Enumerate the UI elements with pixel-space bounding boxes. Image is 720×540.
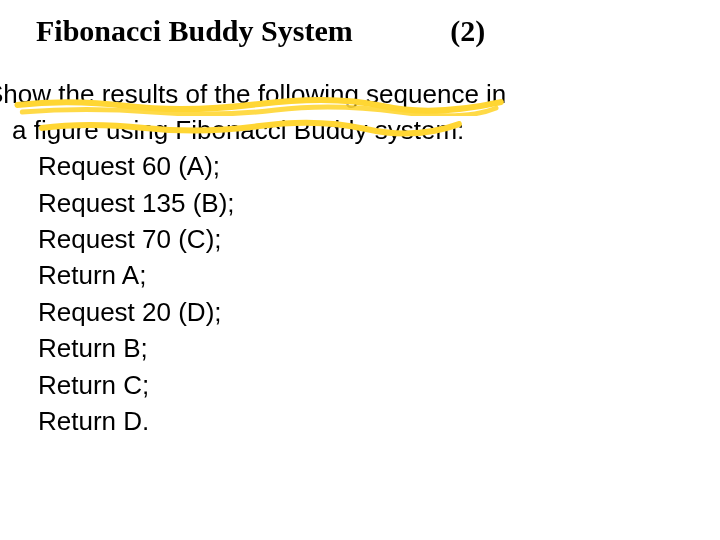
- sequence-step: Return D.: [36, 403, 684, 439]
- sequence-step: Request 60 (A);: [36, 148, 684, 184]
- slide-title: Fibonacci Buddy System: [36, 14, 353, 47]
- intro-line-1-wrap: Show the results of the following sequen…: [12, 76, 506, 112]
- sequence-step: Request 20 (D);: [36, 294, 684, 330]
- intro-line-2-wrap: a figure using Fibonacci Buddy system:: [38, 112, 464, 148]
- intro-block: Show the results of the following sequen…: [36, 76, 684, 149]
- title-gap: [353, 14, 451, 47]
- slide-body: Show the results of the following sequen…: [36, 76, 684, 440]
- sequence-step: Request 70 (C);: [36, 221, 684, 257]
- sequence-step: Return C;: [36, 367, 684, 403]
- sequence-step: Request 135 (B);: [36, 185, 684, 221]
- intro-line-1: Show the results of the following sequen…: [0, 79, 506, 109]
- slide-counter: (2): [450, 14, 485, 47]
- sequence-step: Return A;: [36, 257, 684, 293]
- slide-title-row: Fibonacci Buddy System (2): [36, 12, 684, 50]
- intro-line-2: a figure using Fibonacci Buddy system:: [12, 115, 464, 145]
- slide: Fibonacci Buddy System (2) Show the resu…: [0, 0, 720, 540]
- sequence-step: Return B;: [36, 330, 684, 366]
